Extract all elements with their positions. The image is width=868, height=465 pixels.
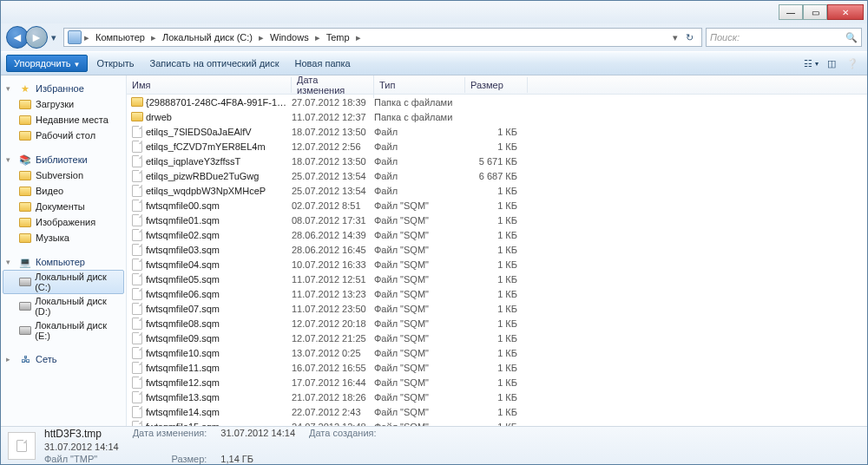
maximize-button[interactable]: ▭ [803, 4, 827, 20]
sidebar-network[interactable]: ▸🖧Сеть [3, 351, 124, 367]
file-type: Файл "SQM" [374, 259, 465, 270]
file-row[interactable]: fwtsqmfile07.sqm11.07.2012 23:50Файл "SQ… [127, 301, 867, 316]
column-size[interactable]: Размер [465, 77, 528, 93]
column-type[interactable]: Тип [374, 77, 465, 93]
file-date: 25.07.2012 13:54 [292, 171, 374, 181]
sidebar-libraries[interactable]: ▾📚Библиотеки [3, 152, 124, 167]
file-row[interactable]: fwtsqmfile14.sqm22.07.2012 2:43Файл "SQM… [127, 404, 867, 419]
file-row[interactable]: fwtsqmfile10.sqm13.07.2012 0:25Файл "SQM… [127, 345, 867, 360]
view-options-button[interactable]: ☷▾ [801, 54, 820, 73]
chevron-right-icon[interactable]: ▸ [83, 32, 90, 43]
file-name: etilqs_7SlEDS0aJaEAlfV [144, 127, 292, 137]
breadcrumb[interactable]: ▸ Компьютер ▸ Локальный диск (C:) ▸ Wind… [63, 28, 702, 47]
sidebar-item[interactable]: Недавние места [3, 112, 124, 128]
sidebar-item[interactable]: Музыка [3, 230, 124, 246]
file-row[interactable]: fwtsqmfile15.sqm24.07.2012 12:48Файл "SQ… [127, 419, 867, 426]
disk-icon [18, 300, 31, 312]
file-name: etilqs_iqplaveY3zffssT [144, 156, 292, 167]
search-icon: 🔍 [845, 32, 858, 43]
file-date: 02.07.2012 8:51 [292, 200, 374, 211]
sidebar-item[interactable]: Локальный диск (D:) [3, 294, 124, 318]
file-row[interactable]: fwtsqmfile11.sqm16.07.2012 16:55Файл "SQ… [127, 360, 867, 375]
nav-forward-button[interactable]: ► [25, 26, 48, 49]
chevron-right-icon[interactable]: ▸ [355, 32, 362, 43]
burn-button[interactable]: Записать на оптический диск [143, 56, 286, 71]
file-type: Файл "SQM" [374, 245, 465, 255]
file-row[interactable]: fwtsqmfile05.sqm11.07.2012 12:51Файл "SQ… [127, 272, 867, 286]
file-row[interactable]: drweb11.07.2012 12:37Папка с файлами [127, 109, 867, 124]
file-row[interactable]: fwtsqmfile13.sqm21.07.2012 18:26Файл "SQ… [127, 390, 867, 404]
file-name: fwtsqmfile05.sqm [144, 274, 292, 285]
file-size: 6 687 КБ [465, 171, 524, 181]
file-row[interactable]: fwtsqmfile08.sqm12.07.2012 20:18Файл "SQ… [127, 316, 867, 331]
file-row[interactable]: fwtsqmfile02.sqm28.06.2012 14:39Файл "SQ… [127, 227, 867, 242]
help-button[interactable]: ❔ [843, 54, 862, 73]
file-row[interactable]: fwtsqmfile12.sqm17.07.2012 16:44Файл "SQ… [127, 375, 867, 390]
file-row[interactable]: fwtsqmfile01.sqm08.07.2012 17:31Файл "SQ… [127, 213, 867, 227]
file-icon [8, 432, 36, 460]
close-button[interactable]: ✕ [827, 4, 864, 20]
nav-history-dropdown[interactable]: ▾ [48, 29, 60, 45]
preview-pane-button[interactable]: ◫ [822, 54, 841, 73]
file-row[interactable]: fwtsqmfile04.sqm10.07.2012 16:33Файл "SQ… [127, 257, 867, 272]
sidebar-item[interactable]: Документы [3, 199, 124, 214]
file-row[interactable]: fwtsqmfile00.sqm02.07.2012 8:51Файл "SQM… [127, 198, 867, 213]
sidebar-favorites[interactable]: ▾★Избранное [3, 81, 124, 96]
file-row[interactable]: fwtsqmfile06.sqm11.07.2012 13:23Файл "SQ… [127, 286, 867, 301]
chevron-right-icon[interactable]: ▸ [314, 32, 321, 43]
sidebar-computer[interactable]: ▾💻Компьютер [3, 254, 124, 270]
file-size: 1 КБ [465, 259, 524, 270]
file-date: 11.07.2012 23:50 [292, 304, 374, 314]
file-date: 18.07.2012 13:50 [292, 127, 374, 137]
column-name[interactable]: Имя [127, 77, 292, 93]
file-row[interactable]: {29888701-248C-4F8A-991F-1AE935EE2B...27… [127, 95, 867, 109]
details-filetype: Файл "TMP" [44, 454, 119, 464]
open-button[interactable]: Открыть [89, 56, 141, 71]
folder-icon [18, 185, 32, 197]
chevron-right-icon[interactable]: ▸ [150, 32, 157, 43]
search-input[interactable]: Поиск: 🔍 [706, 28, 862, 47]
breadcrumb-item[interactable]: Компьютер [92, 32, 148, 43]
file-date: 28.06.2012 16:45 [292, 245, 374, 255]
file-date: 22.07.2012 2:43 [292, 407, 374, 417]
file-name: fwtsqmfile08.sqm [144, 318, 292, 329]
sidebar-item[interactable]: Рабочий стол [3, 128, 124, 143]
file-type: Файл "SQM" [374, 200, 465, 211]
file-type: Файл [374, 186, 465, 196]
file-row[interactable]: fwtsqmfile09.sqm12.07.2012 21:25Файл "SQ… [127, 331, 867, 345]
file-name: fwtsqmfile06.sqm [144, 289, 292, 299]
network-icon: 🖧 [18, 353, 32, 365]
file-row[interactable]: etilqs_iqplaveY3zffssT18.07.2012 13:50Фа… [127, 154, 867, 168]
sidebar-item[interactable]: Загрузки [3, 96, 124, 112]
file-row[interactable]: etilqs_fCZVD7mYER8EL4m12.07.2012 2:56Фай… [127, 139, 867, 154]
file-list[interactable]: {29888701-248C-4F8A-991F-1AE935EE2B...27… [127, 95, 867, 426]
sidebar-item[interactable]: Локальный диск (C:) [3, 270, 124, 294]
refresh-icon[interactable]: ↻ [681, 32, 698, 43]
breadcrumb-item[interactable]: Windows [266, 32, 312, 43]
file-date: 28.06.2012 14:39 [292, 230, 374, 240]
sidebar-item[interactable]: Изображения [3, 214, 124, 230]
minimize-button[interactable]: — [779, 4, 803, 20]
file-row[interactable]: etilqs_wqdpbW3NpXMHceP25.07.2012 13:54Фа… [127, 183, 867, 198]
file-row[interactable]: fwtsqmfile03.sqm28.06.2012 16:45Файл "SQ… [127, 242, 867, 257]
file-date: 10.07.2012 16:33 [292, 259, 374, 270]
file-row[interactable]: etilqs_7SlEDS0aJaEAlfV18.07.2012 13:50Фа… [127, 124, 867, 139]
chevron-right-icon[interactable]: ▸ [258, 32, 265, 43]
file-type: Папка с файлами [374, 97, 465, 108]
file-size: 1 КБ [465, 274, 524, 285]
breadcrumb-item[interactable]: Temp [323, 32, 353, 43]
folder-icon [130, 97, 144, 107]
file-name: etilqs_fCZVD7mYER8EL4m [144, 141, 292, 152]
new-folder-button[interactable]: Новая папка [288, 56, 358, 71]
sidebar-item[interactable]: Subversion [3, 167, 124, 183]
sidebar-item[interactable]: Видео [3, 183, 124, 199]
organize-button[interactable]: Упорядочить▼ [6, 55, 88, 72]
sidebar-item[interactable]: Локальный диск (E:) [3, 318, 124, 343]
breadcrumb-dropdown[interactable]: ▾ [672, 32, 679, 43]
titlebar[interactable]: — ▭ ✕ [1, 1, 867, 23]
file-date: 27.07.2012 18:39 [292, 97, 374, 108]
file-icon [130, 126, 144, 138]
file-row[interactable]: etilqs_pizwRBDue2TuGwg25.07.2012 13:54Фа… [127, 168, 867, 183]
breadcrumb-item[interactable]: Локальный диск (C:) [159, 32, 256, 43]
file-type: Файл [374, 141, 465, 152]
